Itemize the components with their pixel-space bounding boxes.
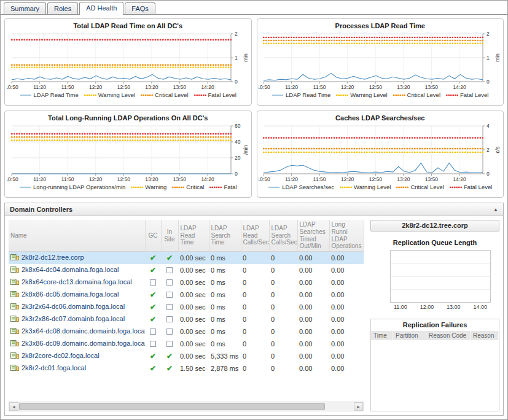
gc-checkbox: ✔ [150, 266, 156, 274]
column-header[interactable]: LDAP Search Calls/Sec [269, 220, 297, 252]
legend-item: Warning Level [336, 91, 387, 98]
chart-tick-label: 13:20 [145, 176, 158, 182]
search-time-cell: 0 ms [209, 301, 241, 313]
in-site-checkbox [166, 329, 173, 335]
chart-tick-label: 14:20 [453, 84, 467, 90]
dc-table-area: NameGCIn SiteLDAP Read TimeLDAP Search T… [9, 220, 364, 411]
chart-tick-label: 11:20 [33, 84, 46, 90]
scroll-left-button[interactable]: ◄ [9, 402, 18, 411]
legend-label: Fatal Level [460, 91, 488, 98]
read-calls-cell: 0 [241, 264, 269, 276]
chart-tick-label: 13:50 [425, 84, 439, 90]
chart-tick-label: 0 [487, 171, 490, 177]
chart-tick-label: 11:50 [313, 176, 326, 182]
domain-controllers-panel-body: NameGCIn SiteLDAP Read TimeLDAP Search T… [5, 216, 503, 415]
domain-controller-icon [10, 352, 19, 360]
gc-checkbox: ✔ [150, 254, 156, 262]
dc-name: 2k8r2core-dc02.foga.local [21, 352, 100, 359]
read-calls-cell: 0 [241, 276, 269, 289]
failures-column-header: Time [371, 331, 393, 340]
series-line [264, 73, 483, 80]
dc-name: 2k3x86-dc09.domainc.domainb.foga.local [21, 340, 145, 347]
column-header[interactable]: LDAP Search Time [209, 220, 241, 252]
timed-out-cell: 0.00 [297, 264, 329, 276]
legend-item: LDAP Read Time [20, 91, 79, 98]
chart-panel-caches-ldap-searches: Caches LDAP Searches/sec10:5011:2011:501… [257, 111, 504, 198]
chart-tick-label: 2 [487, 147, 490, 153]
chart-tick-label: 20 [235, 155, 241, 161]
legend-item: Critical Level [141, 91, 188, 98]
table-row[interactable]: 2k8x64-dc04.domaina.foga.local✔0.00 sec0… [9, 264, 364, 276]
read-time-cell: 0.00 sec [178, 276, 209, 289]
queue-x-tick-label: 14:00 [473, 304, 487, 310]
scroll-right-button[interactable]: ► [354, 402, 363, 411]
table-row[interactable]: 2k3r2x86-dc07.domainb.foga.local✔0.00 se… [9, 313, 364, 325]
column-header[interactable]: In Site [161, 220, 178, 252]
tab-ad-health[interactable]: AD Health [79, 2, 123, 15]
chart-tick-label: c/s [494, 147, 501, 154]
column-header[interactable]: LDAP Read Calls/Sec [241, 220, 269, 252]
legend-swatch [268, 185, 280, 190]
column-header[interactable]: LDAP Searches Timed Out/Min [297, 220, 329, 252]
chart-tick-label: 11:20 [286, 176, 299, 182]
dc-name: 2k8x64core-dc13.domaina.foga.local [21, 278, 132, 286]
table-row[interactable]: 2k3x86-dc09.domainc.domainb.foga.local0.… [9, 338, 364, 350]
chart-tick-label: 13:50 [173, 84, 187, 90]
table-row[interactable]: 2k8r2-dc12.tree.corp✔✔0.00 sec0 ms000.00… [9, 252, 364, 264]
dc-name: 2k3r2x64-dc06.domainb.foga.local [21, 303, 125, 310]
table-row[interactable]: 2k3x64-dc08.domainc.domainb.foga.local0.… [9, 325, 364, 338]
legend-item: LDAP Read Time [272, 91, 330, 98]
tab-summary[interactable]: Summary [4, 2, 46, 14]
scrollbar-thumb[interactable] [19, 403, 325, 410]
legend-label: Critical Level [407, 91, 440, 98]
read-time-cell: 0.00 sec [178, 301, 209, 313]
domain-controller-icon [10, 278, 19, 287]
chart-tick-label: 12:20 [89, 84, 103, 90]
search-calls-cell: 0 [269, 362, 297, 375]
legend-item: Critical Level [396, 184, 444, 190]
read-calls-cell: 0 [241, 252, 269, 264]
chart-tick-label: 11:50 [61, 176, 74, 182]
collapse-panel-icon[interactable]: ▲ [493, 207, 498, 212]
table-row[interactable]: 2k8x86-dc05.domaina.foga.local✔0.00 sec0… [9, 289, 364, 301]
chart-tick-label: 0 [235, 79, 238, 85]
long-running-cell: 0.00 [329, 252, 364, 264]
queue-x-tick-label: 13:00 [447, 304, 461, 310]
replication-failures-header-row: TimePartitionReason CodeReason [371, 331, 499, 340]
long-running-cell: 0.00 [329, 289, 364, 301]
chart-tick-label: 11:20 [33, 176, 46, 182]
in-site-checkbox-cell [161, 289, 178, 301]
dc-name-cell: 2k3r2x86-dc07.domainb.foga.local [9, 313, 145, 325]
chart-tick-label: 0 [235, 171, 238, 177]
long-running-cell: 0.00 [329, 338, 364, 350]
column-header[interactable]: GC [145, 220, 161, 252]
chart-tick-label: 13:20 [145, 84, 158, 90]
search-time-cell: 0 ms [209, 276, 241, 289]
domain-controller-icon [10, 290, 19, 299]
chart-tick-label: 12:50 [369, 84, 383, 90]
horizontal-scrollbar[interactable]: ◄ ► [9, 402, 364, 411]
table-row[interactable]: 2k8r2-dc01.foga.local✔✔1.50 sec2,878 ms0… [9, 362, 364, 375]
chart-canvas: 10:5011:2011:5012:2012:5013:2013:5014:20… [7, 30, 249, 91]
legend-label: Critical Level [155, 91, 188, 98]
column-header[interactable]: Long Runni LDAP Operations [329, 220, 364, 252]
table-row[interactable]: 2k8r2core-dc02.foga.local✔✔0.00 sec5,333… [9, 350, 364, 362]
in-site-checkbox-cell [161, 313, 178, 325]
tab-faqs[interactable]: FAQs [125, 2, 155, 14]
column-header[interactable]: LDAP Read Time [178, 220, 209, 252]
column-header[interactable]: Name [9, 220, 145, 252]
replication-failures-empty-body [371, 340, 499, 411]
gc-checkbox-cell: ✔ [145, 350, 161, 362]
domain-controllers-panel-header[interactable]: Domain Controllers ▲ [5, 203, 503, 216]
chart-tick-label: 12:20 [341, 84, 354, 90]
table-row[interactable]: 2k8x64core-dc13.domaina.foga.local0.00 s… [9, 276, 364, 289]
tab-roles[interactable]: Roles [47, 2, 78, 14]
long-running-cell: 0.00 [329, 264, 364, 276]
legend-item: Long-running LDAP Operations/min [19, 184, 125, 190]
legend-swatch [393, 93, 405, 98]
table-row[interactable]: 2k3r2x64-dc06.domainb.foga.local✔0.00 se… [9, 301, 364, 313]
dc-name: 2k3x64-dc08.domainc.domainb.foga.local [21, 327, 145, 335]
chart-tick-label: 12:50 [369, 176, 383, 182]
legend-label: Fatal [224, 184, 236, 190]
dc-name: 2k8x64-dc04.domaina.foga.local [21, 266, 119, 273]
